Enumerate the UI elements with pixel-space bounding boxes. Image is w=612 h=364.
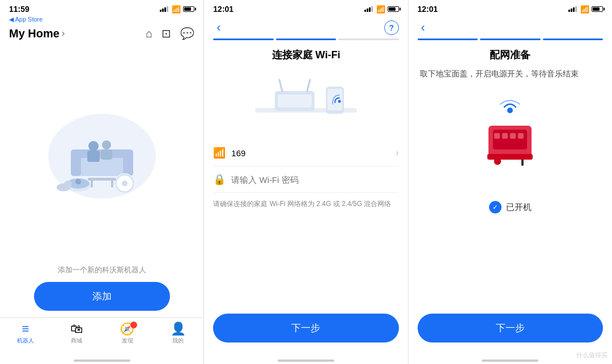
progress-bar-3 — [409, 38, 612, 44]
tab-bar: ≡ 机器人 🛍 商城 🧭 发现 👤 我的 — [0, 318, 203, 352]
status-icons-1: 📶 — [160, 5, 194, 14]
svg-point-5 — [88, 141, 99, 151]
watermark: 什么值得买 — [576, 351, 607, 359]
svg-point-28 — [507, 108, 513, 113]
svg-point-11 — [75, 179, 81, 185]
battery-icon-1 — [183, 6, 194, 12]
status-icons-3: 📶 — [568, 5, 603, 14]
svg-rect-34 — [518, 133, 524, 139]
app-store-back[interactable]: ◀ App Store — [0, 16, 203, 24]
home-indicator-2 — [204, 352, 407, 364]
svg-rect-8 — [101, 149, 112, 160]
signal-icon-1 — [160, 6, 168, 12]
svg-rect-33 — [510, 133, 516, 139]
screen-setup: 12:01 📶 ‹ 配网准备 取下地宝面盖 — [409, 0, 612, 364]
time-2: 12:01 — [213, 5, 233, 14]
add-device-button[interactable]: 添加 — [34, 282, 170, 311]
screen3-nav: ‹ — [409, 16, 612, 38]
lock-icon: 🔒 — [213, 173, 226, 186]
setup-description: 取下地宝面盖，开启电源开关，等待音乐结束 — [409, 67, 612, 89]
back-button-3[interactable]: ‹ — [418, 19, 428, 36]
status-icons-2: 📶 — [364, 5, 399, 14]
progress-seg-2 — [276, 38, 336, 40]
svg-rect-37 — [487, 154, 533, 160]
progress-seg-3 — [338, 38, 398, 40]
status-bar-2: 12:01 📶 — [204, 0, 407, 16]
screen2-nav: ‹ ? — [204, 16, 407, 38]
illustration-area — [0, 45, 203, 256]
progress-seg-1 — [213, 38, 273, 40]
password-input[interactable] — [231, 175, 398, 185]
profile-icon: 👤 — [171, 323, 186, 335]
wifi-signal-icon: 📶 — [213, 147, 226, 159]
wifi-ssid: 169 — [231, 148, 245, 158]
qr-icon[interactable]: ⊡ — [162, 27, 171, 40]
tab-profile-label: 我的 — [172, 337, 184, 345]
wifi-title: 连接家庭 Wi-Fi — [204, 44, 407, 68]
nav-icons: ⌂ ⊡ 💬 — [146, 27, 194, 40]
next-button-2[interactable]: 下一步 — [213, 314, 398, 342]
home-title: My Home — [9, 27, 60, 40]
home-indicator-1 — [0, 352, 203, 364]
battery-icon-3 — [592, 6, 603, 12]
svg-point-7 — [102, 140, 111, 149]
tab-robots[interactable]: ≡ 机器人 — [0, 323, 51, 345]
signal-icon-3 — [568, 6, 577, 12]
svg-rect-19 — [111, 181, 113, 187]
svg-point-27 — [338, 100, 341, 103]
status-row: ✓ 已开机 — [409, 196, 612, 220]
chat-icon[interactable]: 💬 — [180, 27, 194, 40]
tab-shop[interactable]: 🛍 商城 — [51, 323, 102, 345]
check-icon: ✓ — [489, 201, 502, 213]
nav-title-row[interactable]: My Home › — [9, 27, 65, 40]
screen-wifi: 12:01 📶 ‹ ? 连接家庭 Wi-Fi — [204, 0, 408, 364]
shop-icon: 🛍 — [70, 323, 83, 335]
nav-bar-home: My Home › ⌂ ⊡ 💬 — [0, 24, 203, 45]
svg-point-14 — [122, 181, 128, 186]
svg-rect-17 — [88, 178, 116, 181]
wifi-chevron: › — [396, 148, 398, 158]
svg-rect-22 — [278, 95, 312, 108]
progress-bar-2 — [204, 38, 407, 44]
home-icon[interactable]: ⌂ — [146, 27, 152, 40]
wifi-ssid-left: 📶 169 — [213, 147, 245, 159]
wifi-icon-1: 📶 — [172, 5, 181, 14]
svg-point-16 — [64, 181, 72, 189]
discover-badge — [130, 322, 137, 328]
tab-robots-label: 机器人 — [17, 337, 34, 345]
wifi-section: 📶 169 › 🔒 请确保连接的家庭 Wi-Fi 网络格为 2.4G 或 2.4… — [204, 140, 407, 209]
device-svg — [465, 95, 555, 185]
battery-icon-2 — [388, 6, 399, 12]
back-button-2[interactable]: ‹ — [213, 19, 224, 36]
svg-line-24 — [307, 80, 310, 91]
add-device-hint: 添加一个新的科沃斯机器人 — [14, 265, 190, 275]
svg-rect-4 — [123, 153, 133, 176]
wifi-setup-svg — [244, 74, 368, 131]
help-button[interactable]: ? — [384, 20, 399, 35]
add-device-section: 添加一个新的科沃斯机器人 添加 — [0, 256, 203, 318]
progress3-seg-1 — [418, 38, 478, 40]
robot-icon: ≡ — [22, 323, 29, 335]
tab-discover-label: 发现 — [122, 337, 133, 345]
device-illustration — [409, 89, 612, 196]
tab-discover[interactable]: 🧭 发现 — [102, 323, 153, 345]
wifi-ssid-row[interactable]: 📶 169 › — [213, 140, 398, 166]
setup-title: 配网准备 — [409, 44, 612, 67]
progress3-seg-2 — [480, 38, 540, 40]
next-button-3[interactable]: 下一步 — [418, 314, 603, 342]
signal-icon-2 — [364, 6, 373, 12]
wifi-icon-3: 📶 — [580, 5, 589, 14]
svg-rect-30 — [493, 130, 527, 149]
status-label: 已开机 — [506, 202, 532, 213]
svg-rect-32 — [502, 133, 508, 139]
wifi-hint: 请确保连接的家庭 Wi-Fi 网络格为 2.4G 或 2.4/5G 混合网络 — [213, 193, 398, 209]
tab-profile[interactable]: 👤 我的 — [152, 323, 203, 345]
wifi-illustration — [204, 68, 407, 140]
svg-rect-3 — [71, 153, 81, 176]
status-bar-3: 12:01 📶 — [409, 0, 612, 16]
svg-rect-31 — [494, 133, 500, 139]
nav-chevron: › — [62, 28, 65, 38]
home-illustration — [40, 100, 164, 202]
password-row: 🔒 — [213, 166, 398, 193]
svg-line-23 — [279, 80, 282, 91]
